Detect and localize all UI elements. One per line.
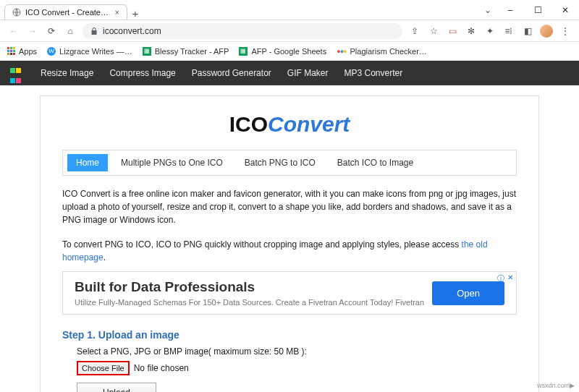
intro-text-2b: . [103, 252, 106, 263]
nav-password-generator[interactable]: Password Generator [192, 68, 271, 78]
brand-title: ICOConvert [62, 112, 517, 137]
reload-button[interactable]: ⟳ [45, 26, 58, 36]
tab-multiple-pngs[interactable]: Multiple PNGs to One ICO [112, 154, 232, 171]
main-card: ICOConvert Home Multiple PNGs to One ICO… [40, 95, 539, 392]
page-viewport: Resize Image Compress Image Password Gen… [0, 61, 579, 392]
bookmark-lizgrace[interactable]: W Lizgrace Writes —… [47, 47, 132, 56]
sheets-icon: ▦ [143, 47, 151, 56]
browser-tab-active[interactable]: ICO Convert - Create Icons From… × [4, 4, 127, 20]
nav-compress-image[interactable]: Compress Image [109, 68, 175, 78]
nav-resize-image[interactable]: Resize Image [41, 68, 93, 78]
apps-grid-icon [7, 47, 15, 55]
tab-batch-png-to-ico[interactable]: Batch PNG to ICO [236, 154, 324, 171]
url-text: icoconvert.com [103, 26, 161, 36]
ad-subtitle: Utilize Fully-Managed Schemas For 150+ D… [75, 298, 432, 307]
close-tab-icon[interactable]: × [115, 8, 119, 17]
bookmark-label: Lizgrace Writes —… [59, 47, 132, 56]
forward-button[interactable]: → [26, 26, 39, 36]
new-tab-button[interactable]: + [127, 7, 143, 20]
side-panel-icon[interactable]: ◧ [521, 26, 534, 36]
ad-close-icon[interactable]: ✕ [507, 273, 513, 284]
extension-icon-1[interactable]: ▭ [446, 26, 459, 36]
mode-tabs: Home Multiple PNGs to One ICO Batch PNG … [62, 150, 517, 176]
address-bar: ← → ⟳ ⌂ icoconvert.com ⇪ ☆ ▭ ✻ ✦ ≡⁞ ◧ ⋮ [0, 20, 579, 42]
bookmark-label: Blessy Tracker - AFP [155, 47, 229, 56]
site-logo-icon[interactable] [10, 66, 25, 80]
bookmark-afp-sheets[interactable]: ▦ AFP - Google Sheets [239, 47, 326, 56]
ad-banner[interactable]: Built for Data Professionals Utilize Ful… [62, 271, 517, 315]
bookmark-label: Plagiarism Checker… [350, 47, 427, 56]
apps-label: Apps [19, 47, 37, 56]
window-close-button[interactable]: ✕ [551, 0, 579, 20]
extension-icon-2[interactable]: ✻ [465, 26, 478, 36]
tab-batch-ico-to-image[interactable]: Batch ICO to Image [329, 154, 422, 171]
ad-open-button[interactable]: Open [432, 281, 504, 305]
window-maximize-button[interactable]: ☐ [524, 0, 551, 20]
choose-file-button[interactable]: Choose File [77, 361, 130, 375]
bookmark-label: AFP - Google Sheets [251, 47, 326, 56]
extensions-puzzle-icon[interactable]: ✦ [483, 26, 496, 36]
site-nav: Resize Image Compress Image Password Gen… [0, 61, 579, 85]
kebab-menu-icon[interactable]: ⋮ [559, 26, 572, 36]
share-icon[interactable]: ⇪ [408, 26, 421, 36]
brand-part-ico: ICO [229, 112, 268, 136]
plagiarism-icon: ●●● [337, 48, 346, 55]
tablist-chevron-icon[interactable]: ⌄ [479, 0, 496, 20]
intro-text-1: ICO Convert is a free online icon maker … [62, 187, 517, 226]
tab-home[interactable]: Home [67, 154, 108, 171]
tab-strip: ICO Convert - Create Icons From… × + [0, 0, 143, 20]
globe-icon [12, 8, 21, 17]
wordpress-icon: W [47, 47, 56, 56]
profile-avatar[interactable] [540, 25, 553, 38]
bookmark-blessy-tracker[interactable]: ▦ Blessy Tracker - AFP [143, 47, 229, 56]
nav-mp3-converter[interactable]: MP3 Converter [344, 68, 402, 78]
bookmarks-bar: Apps W Lizgrace Writes —… ▦ Blessy Track… [0, 42, 579, 61]
nav-gif-maker[interactable]: GIF Maker [287, 68, 329, 78]
sheets-icon: ▦ [239, 47, 248, 56]
watermark: wsxdn.com▶ [537, 382, 575, 389]
apps-button[interactable]: Apps [7, 47, 37, 56]
lock-icon [90, 27, 98, 35]
extension-icon-3[interactable]: ≡⁞ [502, 26, 515, 36]
file-chosen-label: No file chosen [134, 363, 189, 373]
star-icon[interactable]: ☆ [427, 26, 440, 36]
bookmark-plagiarism[interactable]: ●●● Plagiarism Checker… [337, 47, 427, 56]
brand-part-convert: Convert [268, 112, 350, 136]
intro-text-2a: To convert PNG to ICO, ICO to PNG quickl… [62, 239, 462, 250]
ad-info-icon[interactable]: ⓘ [497, 273, 504, 284]
intro-text-2: To convert PNG to ICO, ICO to PNG quickl… [62, 238, 517, 264]
tab-title: ICO Convert - Create Icons From… [25, 8, 111, 17]
back-button[interactable]: ← [7, 26, 20, 36]
window-minimize-button[interactable]: – [496, 0, 524, 20]
step1-desc: Select a PNG, JPG or BMP image( maximum … [77, 346, 517, 357]
ad-title: Built for Data Professionals [75, 279, 432, 295]
window-titlebar: ICO Convert - Create Icons From… × + ⌄ –… [0, 0, 579, 20]
home-button[interactable]: ⌂ [64, 26, 77, 36]
step1-heading: Step 1. Upload an image [62, 329, 517, 341]
upload-button[interactable]: Upload [77, 383, 156, 392]
url-field[interactable]: icoconvert.com [83, 23, 402, 39]
